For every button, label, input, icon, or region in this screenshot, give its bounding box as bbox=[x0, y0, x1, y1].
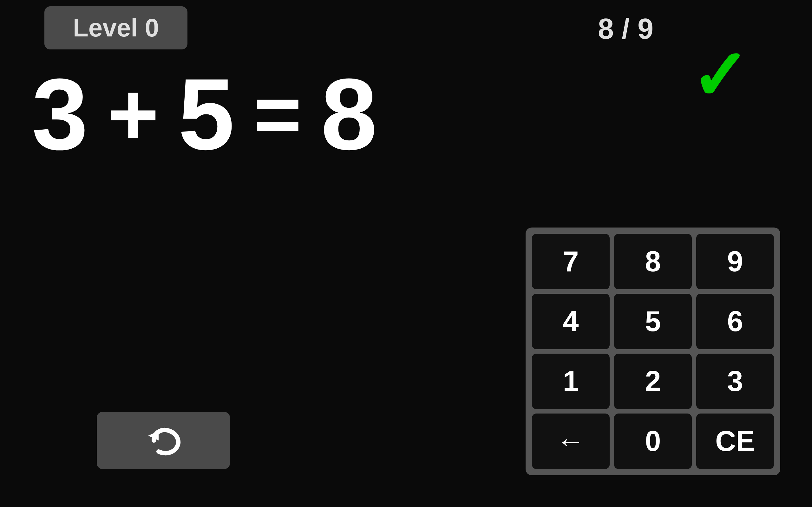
result: 8 bbox=[321, 63, 377, 165]
btn-8[interactable]: 8 bbox=[614, 234, 692, 289]
numpad: 789456123←0CE bbox=[525, 228, 780, 475]
btn-7[interactable]: 7 bbox=[532, 234, 610, 289]
checkmark-icon: ✓ bbox=[690, 41, 749, 111]
equation: 3 + 5 = 8 bbox=[32, 63, 377, 165]
btn-6[interactable]: 6 bbox=[696, 294, 774, 349]
btn-backspace[interactable]: ← bbox=[532, 413, 610, 469]
equals-sign: = bbox=[253, 73, 302, 155]
back-button[interactable] bbox=[97, 412, 230, 469]
operand1: 3 bbox=[32, 63, 88, 165]
btn-9[interactable]: 9 bbox=[696, 234, 774, 289]
btn-4[interactable]: 4 bbox=[532, 294, 610, 349]
undo-icon bbox=[144, 421, 183, 459]
operand2: 5 bbox=[178, 63, 235, 165]
btn-3[interactable]: 3 bbox=[696, 354, 774, 409]
btn-5[interactable]: 5 bbox=[614, 294, 692, 349]
btn-1[interactable]: 1 bbox=[532, 354, 610, 409]
operator: + bbox=[107, 70, 159, 158]
btn-0[interactable]: 0 bbox=[614, 413, 692, 469]
btn-2[interactable]: 2 bbox=[614, 354, 692, 409]
btn-ce[interactable]: CE bbox=[696, 413, 774, 469]
level-label: Level 0 bbox=[73, 14, 159, 42]
level-badge: Level 0 bbox=[44, 6, 188, 49]
score-display: 8 / 9 bbox=[598, 13, 653, 45]
